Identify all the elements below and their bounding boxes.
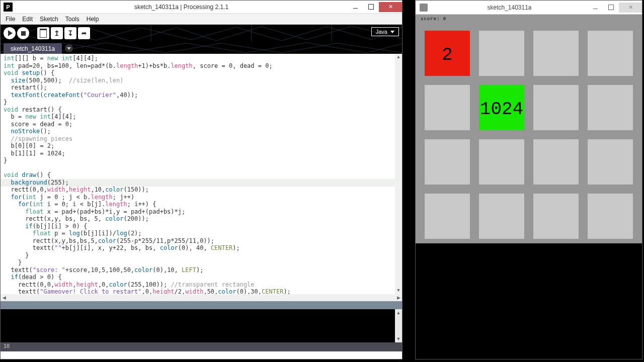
- close-button[interactable]: [379, 2, 402, 12]
- new-button[interactable]: [37, 27, 49, 39]
- save-button[interactable]: [64, 27, 76, 39]
- grid-cell: [588, 31, 633, 76]
- tile-label: 1024: [479, 99, 524, 120]
- grid-cell: [588, 85, 633, 130]
- export-button[interactable]: [78, 27, 90, 39]
- grid-cell: [533, 31, 579, 76]
- processing-app-icon: P: [4, 3, 13, 12]
- tab-dropdown[interactable]: [65, 44, 73, 52]
- grid-cell: [588, 139, 633, 185]
- grid-cell: [533, 85, 579, 130]
- tile-2: 2: [425, 31, 470, 76]
- sketch-output-window: sketch_140311a score: 0 21024: [415, 0, 642, 359]
- console-vscrollbar[interactable]: [395, 309, 402, 342]
- scroll-right-icon[interactable]: [395, 294, 402, 301]
- scroll-left-icon[interactable]: [1, 294, 8, 301]
- menu-tools[interactable]: Tools: [62, 15, 83, 24]
- open-button[interactable]: [51, 27, 63, 39]
- toolbar: Java: [1, 25, 402, 42]
- minimize-button[interactable]: [348, 2, 363, 12]
- grid-cell: [588, 194, 633, 239]
- sketch-canvas[interactable]: score: 0 21024: [416, 15, 642, 243]
- sketch-title: sketch_140311a: [432, 4, 587, 11]
- tile-1024: 1024: [479, 85, 524, 130]
- menu-edit[interactable]: Edit: [19, 15, 36, 24]
- menubar: File Edit Sketch Tools Help: [1, 14, 402, 25]
- tab-sketch[interactable]: sketch_140311a: [4, 43, 62, 54]
- menu-help[interactable]: Help: [84, 15, 102, 24]
- menu-sketch[interactable]: Sketch: [37, 15, 61, 24]
- code-editor[interactable]: int[][] b = new int[4][4]; int pad=20, b…: [1, 54, 402, 294]
- message-area: [1, 301, 402, 309]
- stop-button[interactable]: [17, 27, 29, 39]
- minimize-button[interactable]: [588, 3, 603, 13]
- grid-cell: [533, 194, 579, 239]
- grid-cell: [479, 31, 524, 76]
- processing-ide-window: P sketch_140311a | Processing 2.1.1 File…: [0, 0, 403, 359]
- maximize-button[interactable]: [603, 3, 618, 13]
- grid-cell: [425, 139, 470, 185]
- status-bar: 18: [1, 342, 402, 351]
- mode-selector[interactable]: Java: [371, 27, 399, 36]
- ide-title: sketch_140311a | Processing 2.1.1: [16, 4, 347, 11]
- run-button[interactable]: [4, 27, 16, 39]
- grid-cell: [425, 194, 470, 239]
- grid-cell: [533, 139, 579, 185]
- menu-file[interactable]: File: [3, 15, 18, 24]
- scroll-down-icon[interactable]: [395, 335, 402, 342]
- editor-hscrollbar[interactable]: [1, 294, 402, 301]
- score-label: score: 0: [421, 17, 446, 22]
- grid-cell: [425, 85, 470, 130]
- tile-label: 2: [425, 45, 470, 65]
- sketch-titlebar[interactable]: sketch_140311a: [416, 1, 642, 15]
- grid-cell: [479, 139, 524, 185]
- maximize-button[interactable]: [363, 2, 378, 12]
- sketch-app-icon: [420, 4, 428, 12]
- ide-titlebar[interactable]: P sketch_140311a | Processing 2.1.1: [1, 1, 402, 14]
- close-button[interactable]: [619, 3, 642, 13]
- scroll-up-icon[interactable]: [395, 309, 402, 316]
- sketch-tabs: sketch_140311a: [1, 42, 402, 54]
- console[interactable]: [1, 309, 402, 342]
- grid-cell: [479, 194, 524, 239]
